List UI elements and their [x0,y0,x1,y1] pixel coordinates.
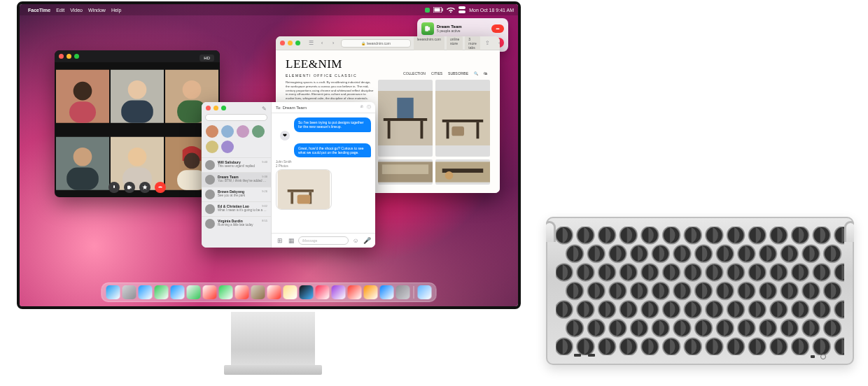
pinned-contact[interactable] [206,141,218,153]
dock [102,283,437,302]
end-call-button[interactable] [155,182,166,193]
pinned-contact[interactable] [237,125,249,138]
wifi-icon[interactable] [447,7,455,13]
sent-message[interactable]: Great, how'd the shoot go? Curious to se… [294,143,371,158]
close-button[interactable] [206,106,211,110]
dock-podcasts[interactable] [332,285,346,299]
dock-facetime[interactable] [219,285,233,299]
dock-reminders[interactable] [267,285,281,299]
pinned-contact[interactable] [221,141,234,153]
dock-notes[interactable] [284,285,298,299]
app-name[interactable]: FaceTime [28,8,50,13]
dock-music[interactable] [316,285,330,299]
dock-finder[interactable] [106,285,120,299]
sender-name: John Smith [276,160,371,164]
compose-icon[interactable]: ✎ [262,106,267,110]
zoom-button[interactable] [295,41,300,45]
menu-help[interactable]: Help [111,8,121,13]
forward-button[interactable]: › [328,39,338,48]
dock-settings[interactable] [396,285,410,299]
thread-body[interactable]: So I've been trying to put designs toget… [272,113,375,233]
dock-contacts[interactable] [251,285,265,299]
control-center-icon[interactable] [458,6,465,13]
dock-calendar[interactable] [235,285,249,299]
photos-button[interactable]: ▦ [287,236,295,245]
thread-name[interactable]: Dream Team [283,106,307,110]
dock-books[interactable] [364,285,378,299]
conversation-item[interactable]: 9:38Dream TeamYou: BTW, I think they've … [202,172,271,187]
dock-news[interactable] [348,285,362,299]
conversation-item[interactable]: 9:40Will SalisburyThis seems urgent! rep… [202,157,271,172]
facetime-status-icon[interactable] [425,8,430,13]
message-input[interactable]: iMessage [298,236,349,245]
dock-mail[interactable] [171,285,185,299]
tab[interactable]: online store [447,36,463,51]
thunderbolt-port[interactable] [574,354,581,357]
front-io [546,354,854,359]
svg-rect-3 [458,6,465,9]
svg-rect-36 [382,164,428,174]
menu-window[interactable]: Window [88,8,106,13]
info-icon[interactable]: ⓘ [367,104,371,110]
conversation-item[interactable]: 8:55Virginia DurdinRunning a little late… [202,216,271,231]
tab[interactable]: 3 more tabs [465,36,479,51]
power-button[interactable] [820,354,826,359]
svg-rect-5 [496,29,500,30]
mute-button[interactable] [108,182,120,193]
battery-icon[interactable] [433,7,443,13]
effects-button[interactable] [139,182,150,193]
apps-button[interactable]: ⊞ [276,236,284,245]
menu-video[interactable]: Video [70,8,83,13]
headphone-jack[interactable] [811,355,815,358]
svg-point-39 [445,171,454,180]
dock-safari[interactable] [139,285,153,299]
thunderbolt-port[interactable] [588,354,595,357]
dock-messages[interactable] [155,285,169,299]
dock-screenshot[interactable] [418,285,432,299]
close-button[interactable] [59,54,64,59]
address-text: leeandnim.com [367,41,391,45]
zoom-button[interactable] [74,54,79,59]
image-attachment[interactable] [276,169,332,210]
new-tab-button[interactable]: ＋ [497,39,500,47]
minimize-button[interactable] [288,41,293,45]
search-input[interactable] [205,114,267,121]
clock[interactable]: Mon Oct 18 9:41 AM [469,8,514,13]
minimize-button[interactable] [66,54,71,59]
pinned-contact[interactable] [252,125,265,138]
display-stand [231,312,315,375]
back-button[interactable]: ‹ [317,39,327,48]
zoom-button[interactable] [221,106,226,110]
dock-photos[interactable] [203,285,217,299]
emoji-button[interactable]: ☺ [351,236,360,245]
dock-launchpad[interactable] [122,285,136,299]
pinned-contact[interactable] [206,125,218,138]
site-logo[interactable]: LEE&NIM [286,57,490,71]
dictate-button[interactable]: 🎤 [363,236,371,245]
video-call-icon[interactable]: ⎚ [360,104,363,110]
close-button[interactable] [280,41,285,45]
product-copy: Reimagining spaces is a craft. By recali… [286,80,375,101]
sent-message[interactable]: So I've been trying to put designs toget… [294,117,371,132]
conversation-item[interactable]: 9:02Ed & Christian LaoWhat I mean is it'… [202,201,271,216]
participants-grid[interactable] [55,62,220,197]
dock-maps[interactable] [187,285,201,299]
tapback-heart[interactable]: ❤ [280,131,290,141]
dock-tv[interactable] [300,285,314,299]
share-button[interactable]: ⇪ [485,40,490,46]
compose-row: ⊞ ▦ iMessage ☺ 🎤 [272,233,375,248]
tab[interactable]: leeandnim.com [414,36,444,51]
address-bar[interactable]: 🔒 leeandnim.com [341,39,411,48]
video-button[interactable] [124,182,135,193]
sidebar-toggle-icon[interactable]: ☰ [306,39,316,48]
leave-call-button[interactable] [491,24,504,33]
conversation-item[interactable]: 9:26Brown DekyongSee you at the park [202,187,271,201]
pinned-contact[interactable] [221,125,234,138]
menu-edit[interactable]: Edit [56,8,64,13]
dock-appstore[interactable] [380,285,394,299]
menu-bar: FaceTime Edit Video Window Help Mon Oct … [20,4,518,15]
lock-icon: 🔒 [361,41,365,45]
minimize-button[interactable] [214,106,218,110]
pinned-conversations [202,124,271,157]
svg-rect-33 [477,122,479,138]
